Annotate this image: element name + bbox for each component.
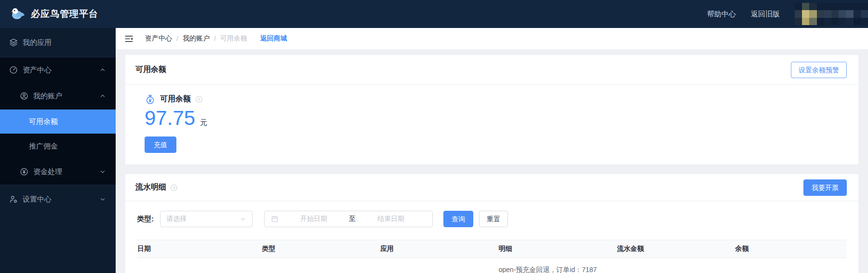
question-circle-icon[interactable]: ? [170,184,178,191]
chevron-down-icon [99,168,106,175]
date-range-picker[interactable]: 开始日期 至 结束日期 [264,211,433,227]
cell-amount [610,266,729,273]
breadcrumb-current: 可用余额 [220,34,247,43]
balance-currency: 元 [200,118,207,127]
menu-fold-icon[interactable] [124,34,134,43]
yen-coin-icon [19,167,29,177]
sidebar-item-label: 资金处理 [33,167,62,177]
col-header-amount: 流水金额 [610,245,729,253]
type-select[interactable]: 请选择 [160,211,253,227]
search-button[interactable]: 查询 [443,211,473,227]
col-header-detail: 明细 [492,245,611,253]
sidebar-item-label: 推广佣金 [29,142,58,151]
cell-balance [729,266,847,273]
reset-button[interactable]: 重置 [479,211,508,227]
logo-area: 必应鸟管理平台 [11,7,98,21]
type-filter-label: 类型: [137,215,154,224]
set-balance-alert-button[interactable]: 设置余额预警 [791,62,847,78]
sidebar-item-promo-commission[interactable]: 推广佣金 [0,134,116,159]
svg-text:?: ? [198,97,200,101]
sidebar-item-label: 可用余额 [29,117,58,126]
sidebar-item-label: 设置中心 [23,195,52,204]
user-circle-icon [19,91,29,101]
bird-logo-icon [11,7,25,21]
cell-detail: open-预充金回退，订单id：7187 [492,266,611,273]
chevron-up-icon [99,93,106,99]
col-header-type: 类型 [255,245,374,253]
sidebar-item-fund-processing[interactable]: 资金处理 [0,159,116,185]
chevron-down-icon [99,196,106,203]
question-circle-icon[interactable]: ? [195,96,203,103]
balance-amount: 97.75 [145,107,195,130]
balance-card-title: 可用余额 [135,65,166,75]
flow-card-title: 流水明细 [135,182,166,192]
back-old-version-link[interactable]: 返回旧版 [751,10,780,19]
sidebar-item-label: 我的应用 [23,38,52,47]
table-row: open-预充金回退，订单id：7187 [137,258,847,273]
breadcrumb-my-account[interactable]: 我的账户 [183,34,210,43]
request-invoice-button[interactable]: 我要开票 [803,179,847,196]
breadcrumb-asset-center[interactable]: 资产中心 [145,34,172,43]
app-title: 必应鸟管理平台 [31,8,98,20]
flow-detail-card: 流水明细 ? 我要开票 类型: 请选择 [125,174,858,273]
user-gear-icon [9,194,18,204]
sidebar-item-label: 我的账户 [33,92,62,101]
gauge-icon [9,65,18,75]
sidebar-item-my-apps[interactable]: 我的应用 [0,31,116,54]
breadcrumb-separator: / [176,35,178,42]
col-header-balance: 余额 [729,245,847,253]
balance-label: 可用余额 [160,94,191,104]
layers-icon [9,38,18,47]
chevron-up-icon [99,67,106,73]
breadcrumb-bar: 资产中心 / 我的账户 / 可用余额 返回商城 [116,28,868,49]
date-range-separator: 至 [349,215,356,223]
recharge-button[interactable]: 充值 [145,136,176,153]
flow-table: 日期 类型 应用 明细 流水金额 余额 open-预充金回退，订单id：7187 [137,240,847,273]
balance-card: 可用余额 设置余额预警 可用余额 [125,55,858,164]
svg-text:?: ? [173,185,175,190]
sidebar: 我的应用 资产中心 [0,28,116,273]
sidebar-item-settings-center[interactable]: 设置中心 [0,185,116,213]
censored-user-info[interactable] [795,3,868,25]
sidebar-item-asset-center[interactable]: 资产中心 [0,57,116,82]
sidebar-item-my-account[interactable]: 我的账户 [0,82,116,109]
breadcrumb-separator: / [214,35,216,42]
main-area: 资产中心 / 我的账户 / 可用余额 返回商城 可用余额 设置余额预警 [116,28,868,273]
money-bag-icon [145,94,156,105]
chevron-down-icon [240,216,246,222]
sidebar-item-label: 资产中心 [23,66,52,75]
page-content: 可用余额 设置余额预警 可用余额 [116,49,868,273]
cell-app [374,266,492,273]
back-to-mall-link[interactable]: 返回商城 [260,34,287,43]
cell-date [137,266,255,273]
top-header: 必应鸟管理平台 帮助中心 返回旧版 [0,0,868,28]
help-center-link[interactable]: 帮助中心 [707,10,736,19]
flow-table-header: 日期 类型 应用 明细 流水金额 余额 [137,240,847,258]
header-right: 帮助中心 返回旧版 [707,3,868,25]
breadcrumb: 资产中心 / 我的账户 / 可用余额 [145,34,247,43]
calendar-icon [271,215,279,223]
end-date-placeholder: 结束日期 [356,215,426,223]
sidebar-item-available-balance[interactable]: 可用余额 [0,109,116,134]
type-select-placeholder: 请选择 [166,215,240,223]
filter-row: 类型: 请选择 [137,211,847,227]
start-date-placeholder: 开始日期 [279,215,349,223]
cell-type [255,266,374,273]
col-header-app: 应用 [374,245,492,253]
col-header-date: 日期 [137,245,255,253]
